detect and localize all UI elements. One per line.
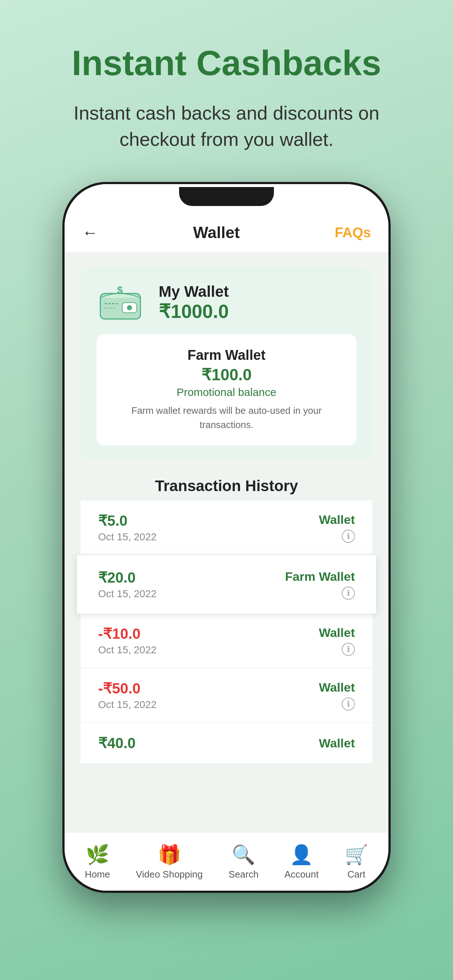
txn-type: Wallet <box>319 512 355 527</box>
nav-label-account: Account <box>284 869 319 880</box>
nav-item-search[interactable]: 🔍 Search <box>229 844 258 880</box>
nav-item-home[interactable]: 🌿 Home <box>85 844 110 880</box>
txn-left: ₹40.0 <box>98 735 136 751</box>
notch-area <box>65 184 388 213</box>
transaction-item-highlighted: ₹20.0 Oct 15, 2022 Farm Wallet ℹ <box>77 555 376 614</box>
nav-item-account[interactable]: 👤 Account <box>284 844 319 880</box>
txn-right: Wallet ℹ <box>319 680 355 711</box>
info-icon[interactable]: ℹ <box>342 530 355 543</box>
faqs-button[interactable]: FAQs <box>335 225 371 240</box>
txn-amount: ₹5.0 <box>98 512 156 529</box>
txn-type: Wallet <box>319 625 355 640</box>
txn-date: Oct 15, 2022 <box>98 531 156 543</box>
phone-screen: ← Wallet FAQs <box>65 184 388 891</box>
phone-mockup: ← Wallet FAQs <box>62 182 391 893</box>
info-icon[interactable]: ℹ <box>342 587 355 600</box>
nav-item-cart[interactable]: 🛒 Cart <box>345 844 368 880</box>
wallet-card: $ My Wallet ₹1000.0 Farm Wallet ₹100.0 P… <box>81 267 372 461</box>
txn-type: Wallet <box>319 736 355 750</box>
farm-wallet-amount: ₹100.0 <box>113 365 340 384</box>
info-icon[interactable]: ℹ <box>342 643 355 656</box>
farm-wallet-box: Farm Wallet ₹100.0 Promotional balance F… <box>97 334 356 445</box>
wallet-label: My Wallet <box>159 283 229 301</box>
svg-text:$: $ <box>117 285 123 296</box>
txn-amount: -₹10.0 <box>98 625 156 642</box>
nav-label-cart: Cart <box>348 869 365 880</box>
transaction-item: -₹50.0 Oct 15, 2022 Wallet ℹ <box>81 668 372 722</box>
txn-left: ₹20.0 Oct 15, 2022 <box>98 569 156 600</box>
svg-point-2 <box>127 305 132 310</box>
search-icon: 🔍 <box>231 844 255 866</box>
txn-type: Wallet <box>319 680 355 695</box>
account-icon: 👤 <box>290 844 313 866</box>
wallet-info: My Wallet ₹1000.0 <box>159 283 229 322</box>
wallet-top: $ My Wallet ₹1000.0 <box>97 283 229 323</box>
txn-date: Oct 15, 2022 <box>98 699 156 711</box>
txn-left: -₹10.0 Oct 15, 2022 <box>98 625 156 656</box>
nav-label-search: Search <box>229 869 258 880</box>
cart-icon: 🛒 <box>345 844 368 866</box>
transaction-history-title: Transaction History <box>81 477 372 495</box>
txn-date: Oct 15, 2022 <box>98 644 156 656</box>
txn-right: Wallet ℹ <box>319 625 355 656</box>
nav-label-home: Home <box>85 869 110 880</box>
txn-type: Farm Wallet <box>285 570 355 584</box>
txn-date: Oct 15, 2022 <box>98 588 156 600</box>
back-button[interactable]: ← <box>82 223 98 242</box>
txn-right: Farm Wallet ℹ <box>285 570 355 600</box>
txn-amount: ₹20.0 <box>98 569 156 586</box>
txn-left: ₹5.0 Oct 15, 2022 <box>98 512 156 543</box>
txn-right: Wallet <box>319 736 355 750</box>
txn-left: -₹50.0 Oct 15, 2022 <box>98 680 156 711</box>
transaction-item: -₹10.0 Oct 15, 2022 Wallet ℹ <box>81 614 372 668</box>
info-icon[interactable]: ℹ <box>342 697 355 711</box>
header-title: Wallet <box>193 223 239 242</box>
promo-balance: Promotional balance <box>113 386 340 398</box>
farm-wallet-desc: Farm wallet rewards will be auto-used in… <box>113 404 340 432</box>
bottom-nav: 🌿 Home 🎁 Video Shopping 🔍 Search 👤 Accou… <box>65 832 388 891</box>
transaction-item: ₹5.0 Oct 15, 2022 Wallet ℹ <box>81 501 372 555</box>
app-header: ← Wallet FAQs <box>65 213 388 252</box>
notch <box>179 187 274 206</box>
nav-label-video: Video Shopping <box>136 869 203 880</box>
screen-content: $ My Wallet ₹1000.0 Farm Wallet ₹100.0 P… <box>65 252 388 832</box>
nav-item-video[interactable]: 🎁 Video Shopping <box>136 844 203 880</box>
phone-shell: ← Wallet FAQs <box>62 182 391 893</box>
page-title: Instant Cashbacks <box>72 44 381 83</box>
txn-right: Wallet ℹ <box>319 512 355 543</box>
transaction-list: ₹5.0 Oct 15, 2022 Wallet ℹ ₹20.0 Oct 15,… <box>81 501 372 763</box>
video-icon: 🎁 <box>158 844 181 866</box>
page-subtitle: Instant cash backs and discounts on chec… <box>0 100 453 153</box>
txn-amount: ₹40.0 <box>98 735 136 751</box>
wallet-amount: ₹1000.0 <box>159 301 229 322</box>
txn-amount: -₹50.0 <box>98 680 156 697</box>
transaction-item: ₹40.0 Wallet <box>81 723 372 763</box>
home-icon: 🌿 <box>86 844 109 866</box>
farm-wallet-title: Farm Wallet <box>113 347 340 363</box>
wallet-icon: $ <box>97 283 144 323</box>
